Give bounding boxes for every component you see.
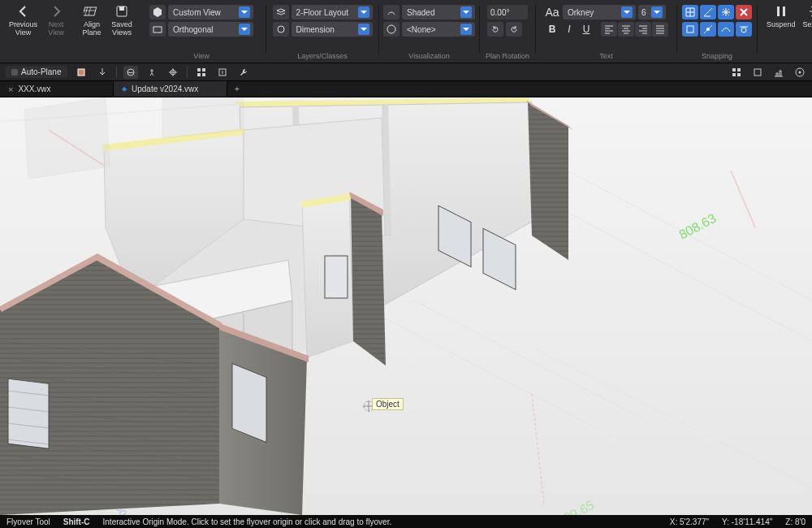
- projection-icon[interactable]: [149, 22, 166, 37]
- tool-orbit-button[interactable]: [123, 66, 138, 79]
- snap-intersection-button[interactable]: [700, 22, 716, 37]
- svg-rect-56: [8, 379, 49, 448]
- layer-value: 2-Floor Layout: [296, 8, 348, 17]
- projection-value: Orthogonal: [173, 25, 213, 34]
- rotate-ccw-button[interactable]: [487, 22, 503, 37]
- view-cube-icon[interactable]: [149, 5, 166, 19]
- snap-settings-button[interactable]: Settings: [801, 2, 812, 28]
- view-dropdown[interactable]: Custom View: [168, 5, 253, 19]
- snapping-label: Snapping: [680, 52, 754, 60]
- right-panel-button-1[interactable]: [729, 66, 744, 79]
- projection-dropdown[interactable]: Orthogonal: [168, 22, 253, 37]
- grid-plane-icon: [84, 3, 100, 19]
- mode-arrow-button[interactable]: [95, 66, 110, 79]
- svg-rect-2: [119, 6, 124, 11]
- status-tool: Flyover Tool: [6, 517, 50, 526]
- render-value: Shaded: [407, 8, 434, 17]
- class-icon[interactable]: [273, 22, 289, 37]
- right-panel-button-2[interactable]: [750, 66, 765, 79]
- italic-button[interactable]: I: [561, 22, 577, 37]
- saved-views-button[interactable]: Saved Views: [108, 2, 136, 37]
- align-justify-button[interactable]: [652, 22, 668, 37]
- rotate-cw-button[interactable]: [506, 22, 522, 37]
- svg-rect-20: [197, 73, 201, 76]
- snap-grid-button[interactable]: [682, 5, 698, 19]
- snap-surface-button[interactable]: [718, 22, 734, 37]
- tab-1[interactable]: × XXX.vwx: [0, 81, 114, 97]
- right-panel-button-4[interactable]: [793, 66, 807, 79]
- view-dropdown-group: Custom View Orthogonal View: [140, 2, 262, 63]
- snap-smart-button[interactable]: [718, 5, 734, 19]
- suspend-button[interactable]: Suspend: [764, 2, 798, 28]
- tool-grid-button[interactable]: [194, 66, 209, 79]
- view-dropdown-value: Custom View: [173, 8, 221, 17]
- view-nav-group: Previous View Next View: [3, 2, 73, 63]
- status-z: Z: 8'0: [785, 517, 806, 526]
- class-dropdown[interactable]: Dimension: [292, 22, 373, 37]
- align-left-button[interactable]: [601, 22, 617, 37]
- layers-icon[interactable]: [273, 5, 289, 19]
- status-bar: Flyover Tool Shift-C Interactive Origin …: [0, 515, 812, 528]
- plan-rotation-group: Plan Rotation: [483, 2, 532, 63]
- layer-dropdown[interactable]: 2-Floor Layout: [292, 5, 373, 19]
- visualization-label: Visualization: [382, 52, 476, 60]
- text-group-label: Text: [539, 52, 673, 60]
- align-plane-button[interactable]: Align Plane: [78, 2, 106, 37]
- snap-angle-button[interactable]: [700, 5, 716, 19]
- viz-value: <None>: [407, 25, 436, 34]
- svg-rect-26: [737, 73, 741, 76]
- mode-square-button[interactable]: [74, 66, 89, 79]
- render-icon[interactable]: [383, 5, 400, 19]
- font-size-value: 6: [641, 8, 646, 17]
- align-right-button[interactable]: [635, 22, 651, 37]
- snap-object-button[interactable]: [682, 22, 698, 37]
- svg-rect-50: [325, 256, 348, 298]
- snap-off-button[interactable]: [736, 5, 752, 19]
- viz-dropdown[interactable]: <None>: [402, 22, 475, 37]
- rotation-input[interactable]: [487, 5, 528, 19]
- align-center-button[interactable]: [618, 22, 634, 37]
- add-tab-button[interactable]: +: [227, 81, 247, 97]
- svg-rect-19: [202, 68, 205, 71]
- previous-view-button[interactable]: Previous View: [6, 2, 40, 37]
- auto-plane-toggle[interactable]: Auto-Plane: [5, 66, 67, 78]
- plan-rotation-label: Plan Rotation: [483, 52, 532, 60]
- tool-target-button[interactable]: [166, 66, 180, 79]
- snap-tangent-button[interactable]: [736, 22, 752, 37]
- font-dropdown[interactable]: Orkney: [563, 5, 636, 19]
- gear-icon: [808, 3, 812, 19]
- layers-classes-label: Layers/Classes: [270, 52, 375, 60]
- svg-marker-58: [24, 97, 110, 179]
- svg-point-5: [387, 25, 395, 33]
- layers-classes-group: 2-Floor Layout Dimension Layers/Classes: [270, 2, 375, 63]
- snap-extra-group: Suspend Settings: [761, 2, 812, 63]
- tab-2[interactable]: ◆ Update v2024.vwx: [114, 81, 227, 97]
- tab-1-label: XXX.vwx: [18, 84, 50, 93]
- svg-point-7: [706, 28, 710, 31]
- svg-rect-23: [732, 68, 736, 71]
- next-view-button[interactable]: Next View: [42, 2, 70, 37]
- arrow-right-icon: [48, 3, 64, 19]
- document-tabs: × XXX.vwx ◆ Update v2024.vwx +: [0, 81, 812, 97]
- svg-point-8: [741, 28, 746, 32]
- svg-marker-48: [351, 193, 386, 366]
- bold-button[interactable]: B: [544, 22, 560, 37]
- tool-info-button[interactable]: [215, 66, 230, 79]
- svg-rect-3: [153, 27, 162, 32]
- viewport-3d[interactable]: 808.63 609.65 2/a600: [0, 97, 812, 515]
- right-panel-button-3[interactable]: [771, 66, 786, 79]
- pause-icon: [773, 3, 789, 19]
- tool-walk-button[interactable]: [145, 66, 159, 79]
- checkbox-icon: [11, 69, 18, 76]
- close-icon[interactable]: ×: [8, 84, 13, 94]
- text-group: Aa Orkney 6 B I U Text: [539, 2, 673, 63]
- suspend-label: Suspend: [767, 20, 796, 28]
- tool-wrench-button[interactable]: [236, 66, 251, 79]
- font-size-dropdown[interactable]: 6: [638, 5, 666, 19]
- underline-button[interactable]: U: [578, 22, 594, 37]
- svg-rect-9: [777, 6, 780, 16]
- svg-rect-24: [737, 68, 741, 71]
- svg-point-4: [278, 26, 284, 32]
- render-dropdown[interactable]: Shaded: [402, 5, 475, 19]
- viz-icon[interactable]: [383, 22, 400, 37]
